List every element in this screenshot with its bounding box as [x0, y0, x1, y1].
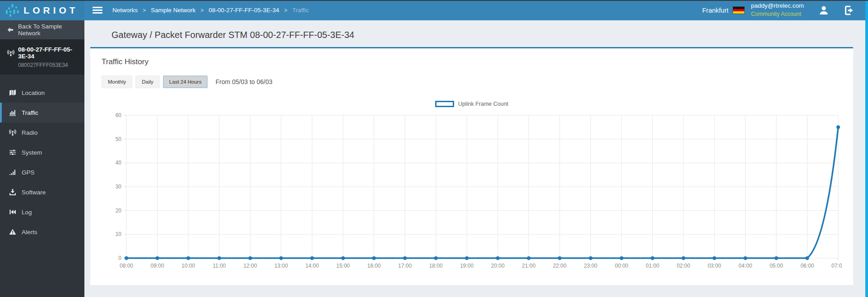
back-arrow-icon: [7, 27, 14, 33]
breadcrumb-item-traffic: Traffic: [292, 7, 309, 14]
breadcrumb-separator: >: [143, 7, 146, 14]
sidebar-item-location[interactable]: Location: [0, 83, 84, 103]
breadcrumb-item-08-00-27-ff-ff-05-3e-34[interactable]: 08-00-27-FF-FF-05-3E-34: [209, 7, 279, 14]
page-title: Gateway / Packet Forwarder STM 08-00-27-…: [111, 30, 868, 40]
sidebar-item-label: Log: [22, 209, 32, 216]
svg-text:02:00: 02:00: [677, 263, 690, 269]
range-button-daily[interactable]: Daily: [135, 75, 160, 88]
svg-text:20:00: 20:00: [491, 263, 505, 269]
user-icon[interactable]: [818, 5, 829, 16]
svg-text:21:00: 21:00: [522, 263, 535, 269]
download-icon: [9, 189, 16, 196]
broadcast-icon: [9, 129, 16, 136]
header-right: Frankfurt paddy@rtrelec.com Community Ac…: [702, 2, 868, 18]
uplink-frame-count-chart: 010203040506008:0009:0010:0011:0012:0013…: [102, 109, 842, 273]
uplink-frame-count-line: [126, 127, 838, 258]
sidebar-item-gps[interactable]: GPS: [0, 162, 84, 182]
back-button-label: Back To Sample Network: [18, 23, 84, 37]
sidebar: Back To Sample Network 08-00-27-FF-FF-05…: [0, 20, 84, 297]
user-email[interactable]: paddy@rtrelec.com: [751, 2, 804, 10]
map-icon: [9, 89, 16, 96]
sidebar-item-label: Radio: [22, 129, 37, 136]
gateway-info[interactable]: 08-00-27-FF-FF-05-3E-34 080027FFFF053E34: [0, 39, 84, 75]
sidebar-item-label: System: [22, 149, 42, 156]
rewind-icon: [9, 208, 16, 216]
data-points[interactable]: [125, 125, 840, 260]
server-name[interactable]: Frankfurt: [702, 7, 729, 14]
logout-icon[interactable]: [844, 5, 854, 16]
account-info: paddy@rtrelec.com Community Account: [751, 2, 804, 18]
svg-text:0: 0: [118, 255, 121, 261]
svg-text:17:00: 17:00: [398, 263, 412, 269]
axis-tick-labels: 010203040506008:0009:0010:0011:0012:0013…: [116, 112, 842, 269]
svg-text:01:00: 01:00: [646, 263, 659, 269]
chart-gridlines: [126, 115, 838, 258]
svg-text:12:00: 12:00: [243, 263, 257, 269]
svg-text:15:00: 15:00: [336, 263, 350, 269]
sidebar-item-software[interactable]: Software: [0, 182, 84, 202]
breadcrumb-item-networks[interactable]: Networks: [112, 7, 138, 14]
sidebar-item-alerts[interactable]: Alerts: [0, 222, 84, 242]
svg-text:30: 30: [116, 184, 122, 190]
axis-ticks: [124, 115, 838, 261]
sidebar-item-label: Location: [22, 90, 45, 96]
sidebar-item-radio[interactable]: Radio: [0, 123, 84, 142]
svg-text:06:00: 06:00: [800, 263, 814, 269]
svg-text:10:00: 10:00: [181, 263, 195, 269]
date-range-text: From 05/03 to 06/03: [215, 78, 272, 85]
svg-text:13:00: 13:00: [274, 263, 288, 269]
sliders-icon: [9, 149, 16, 156]
svg-text:14:00: 14:00: [305, 263, 319, 269]
svg-text:18:00: 18:00: [429, 263, 443, 269]
traffic-history-panel: Traffic History MonthlyDailyLast 24 Hour…: [90, 47, 853, 286]
sidebar-item-label: GPS: [22, 169, 35, 176]
range-button-last-24-hours[interactable]: Last 24 Hours: [163, 75, 208, 88]
gateway-id: 08-00-27-FF-FF-05-3E-34: [18, 46, 80, 60]
sidebar-item-label: Software: [22, 189, 46, 196]
svg-text:16:00: 16:00: [367, 263, 381, 269]
breadcrumb-separator: >: [200, 7, 204, 14]
svg-text:03:00: 03:00: [708, 263, 721, 269]
chart-legend[interactable]: Uplink Frame Count: [102, 101, 842, 107]
svg-text:20: 20: [116, 207, 122, 214]
back-button[interactable]: Back To Sample Network: [0, 20, 84, 39]
sidebar-menu: LocationTrafficRadioSystemGPSSoftwareLog…: [0, 83, 84, 242]
menu-icon[interactable]: [93, 5, 102, 15]
svg-text:00:00: 00:00: [615, 263, 628, 269]
account-type[interactable]: Community Account: [751, 11, 804, 18]
breadcrumb: Networks>Sample Network>08-00-27-FF-FF-0…: [112, 7, 309, 14]
svg-text:50: 50: [116, 136, 122, 142]
svg-text:04:00: 04:00: [738, 263, 752, 269]
top-edge-line: [0, 0, 868, 1]
sidebar-item-label: Alerts: [22, 229, 37, 236]
breadcrumb-separator: >: [284, 7, 287, 14]
gateway-eui: 080027FFFF053E34: [18, 62, 80, 68]
warning-icon: [9, 228, 16, 236]
breadcrumb-item-sample-network[interactable]: Sample Network: [151, 7, 195, 14]
panel-title: Traffic History: [102, 57, 842, 66]
main-content: Gateway / Packet Forwarder STM 08-00-27-…: [84, 20, 868, 297]
sidebar-item-log[interactable]: Log: [0, 202, 84, 222]
sidebar-item-label: Traffic: [22, 109, 38, 116]
legend-label: Uplink Frame Count: [458, 101, 508, 107]
range-button-monthly[interactable]: Monthly: [102, 75, 132, 88]
svg-text:10: 10: [116, 231, 122, 237]
traffic-line-chart: 010203040506008:0009:0010:0011:0012:0013…: [102, 109, 842, 273]
range-button-group: MonthlyDailyLast 24 Hours: [102, 75, 211, 88]
header: LORIOT Networks>Sample Network>08-00-27-…: [0, 0, 868, 20]
bar-chart-icon: [9, 109, 16, 116]
sidebar-item-traffic[interactable]: Traffic: [0, 103, 84, 123]
svg-text:23:00: 23:00: [584, 263, 597, 269]
svg-text:40: 40: [116, 160, 122, 166]
svg-text:19:00: 19:00: [460, 263, 473, 269]
signal-bars-icon: [9, 169, 16, 176]
loriot-logo[interactable]: LORIOT: [0, 0, 84, 20]
germany-flag-icon: [733, 6, 745, 14]
scrollbar[interactable]: [865, 1, 868, 297]
sidebar-item-system[interactable]: System: [0, 142, 84, 162]
svg-text:07:00: 07:00: [831, 263, 842, 269]
loriot-logo-icon: [6, 4, 19, 17]
legend-swatch: [435, 101, 454, 107]
range-controls: MonthlyDailyLast 24 Hours From 05/03 to …: [102, 75, 842, 88]
svg-text:60: 60: [116, 112, 122, 118]
